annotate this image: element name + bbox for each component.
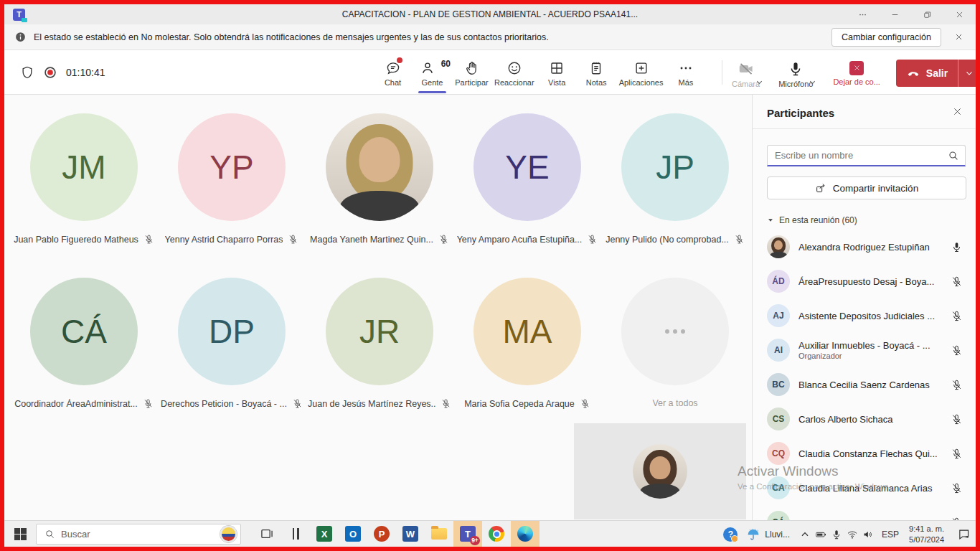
leave-button[interactable]: Salir	[896, 60, 979, 87]
outlook-button[interactable]: O	[339, 521, 367, 547]
window-close-button[interactable]	[943, 4, 976, 24]
task-view-icon	[260, 527, 274, 541]
participant-row[interactable]: CS Carlos Alberto Sichaca	[753, 402, 976, 436]
avatar: YP	[178, 113, 286, 221]
stop-sharing-button[interactable]: Dejar de co...	[829, 61, 884, 86]
edge-button[interactable]	[511, 521, 540, 547]
in-meeting-section-header[interactable]: En esta reunión (60)	[767, 215, 976, 225]
mic-muted-icon	[143, 398, 154, 409]
view-button[interactable]: Vista	[537, 53, 577, 93]
microphone-button[interactable]: Micrófono	[774, 60, 817, 87]
participant-tile[interactable]: JM Juan Pablo Figueredo Matheus	[10, 113, 158, 245]
more-button[interactable]: Más	[666, 53, 705, 93]
self-view-tile[interactable]	[574, 423, 746, 519]
view-all-tile[interactable]: Ver a todos	[601, 278, 749, 409]
apps-plus-icon	[633, 60, 649, 76]
task-view-button[interactable]	[253, 521, 281, 547]
avatar: DP	[178, 278, 286, 385]
avatar: JM	[30, 113, 138, 221]
file-explorer-button[interactable]	[425, 521, 453, 547]
toolbar-separator	[722, 60, 722, 85]
volume-icon[interactable]	[860, 527, 876, 542]
organizer-label: Organizador	[798, 352, 951, 360]
excel-button[interactable]: X	[310, 521, 339, 547]
banner-close-icon[interactable]	[951, 30, 966, 44]
more-dots-icon	[678, 60, 694, 76]
participant-row[interactable]: CQ Claudia Constanza Flechas Qui...	[753, 436, 976, 471]
notes-icon	[588, 60, 604, 76]
weather-widget[interactable]: Lluvi...	[746, 527, 790, 542]
taskbar-search[interactable]	[36, 524, 241, 545]
panel-close-icon[interactable]	[952, 106, 963, 120]
mic-muted-icon	[438, 234, 449, 245]
participant-row-partial[interactable]: CÁ	[753, 505, 976, 520]
taskbar-search-input[interactable]	[61, 529, 220, 540]
wifi-icon[interactable]	[844, 527, 860, 542]
notes-button[interactable]: Notas	[577, 53, 616, 93]
start-button[interactable]	[14, 528, 27, 540]
active-tab-underline	[418, 91, 446, 93]
participant-row[interactable]: AI Auxiliar Inmuebles - Boyacá - ... Org…	[753, 333, 976, 367]
mic-muted-icon[interactable]	[951, 379, 963, 391]
avatar: BC	[767, 373, 790, 396]
search-icon	[44, 529, 55, 540]
camera-chevron-icon[interactable]	[755, 77, 764, 87]
tray-microphone-icon[interactable]	[829, 527, 844, 542]
apps-button[interactable]: Aplicaciones	[616, 53, 666, 93]
tray-expand-chevron[interactable]	[797, 527, 813, 542]
window-restore-button[interactable]	[911, 4, 943, 24]
help-tray-icon[interactable]: ?	[723, 527, 738, 542]
participant-tile[interactable]: CÁ Coordinador ÁreaAdministrat...	[10, 278, 158, 409]
word-button[interactable]: W	[396, 521, 425, 547]
microphone-chevron-icon[interactable]	[808, 77, 817, 87]
panel-divider	[753, 128, 976, 129]
participant-tile[interactable]: MA Maria Sofia Cepeda Araque	[453, 278, 601, 409]
microphone-icon	[787, 60, 804, 77]
participant-tile[interactable]: JP Jenny Pulido (No comprobad...	[601, 113, 749, 245]
leave-options-chevron[interactable]	[958, 60, 979, 87]
react-button[interactable]: Reaccionar	[491, 53, 537, 93]
participant-list: Alexandra Rodriguez Estupiñan ÁD ÁreaPre…	[753, 230, 976, 520]
participant-tile[interactable]: DP Derechos Peticion - Boyacá - ...	[158, 278, 306, 409]
pinned-app-button[interactable]	[281, 521, 310, 547]
participant-row[interactable]: ÁD ÁreaPresupuesto Desaj - Boya...	[753, 264, 976, 298]
participant-row[interactable]: Alexandra Rodriguez Estupiñan	[753, 230, 976, 264]
window-title: CAPACITACION - PLAN DE GESTION AMBIENTAL…	[4, 9, 976, 19]
participant-tile[interactable]: YP Yenny Astrid Chaparro Porras	[158, 113, 306, 245]
participant-tile[interactable]: JR Juan de Jesús Martínez Reyes...	[306, 278, 453, 409]
participant-row[interactable]: AJ Asistente Depositos Judiciales ...	[753, 298, 976, 333]
language-indicator[interactable]: ESP	[882, 529, 899, 540]
window-more-button[interactable]	[847, 4, 879, 24]
change-settings-button[interactable]: Cambiar configuración	[831, 28, 941, 47]
camera-button[interactable]: Cámara	[727, 60, 764, 87]
battery-icon[interactable]	[813, 527, 829, 542]
powerpoint-button[interactable]: P	[367, 521, 396, 547]
mic-muted-icon[interactable]	[951, 344, 963, 357]
action-center-icon[interactable]	[951, 521, 976, 547]
raise-hand-button[interactable]: Participar	[452, 53, 491, 93]
window-minimize-button[interactable]	[879, 4, 911, 24]
clock[interactable]: 9:41 a. m. 5/07/2024	[909, 524, 944, 545]
participant-tile[interactable]: Magda Yaneth Martinez Quin...	[306, 113, 453, 245]
chat-button[interactable]: Chat	[373, 53, 413, 93]
mic-muted-icon[interactable]	[951, 413, 963, 425]
participant-tile[interactable]: YE Yeny Amparo Acuña Estupiña...	[453, 113, 601, 245]
mic-muted-icon[interactable]	[951, 448, 963, 460]
people-button[interactable]: Gente 60	[413, 53, 452, 93]
excel-icon: X	[316, 526, 332, 542]
participant-search-input[interactable]	[767, 145, 966, 166]
mic-on-icon[interactable]	[951, 241, 963, 253]
mic-muted-icon[interactable]	[951, 276, 963, 288]
share-invite-button[interactable]: Compartir invitación	[767, 176, 966, 199]
mic-muted-icon[interactable]	[951, 310, 963, 322]
mic-muted-icon[interactable]	[951, 482, 963, 494]
mic-muted-icon	[734, 234, 745, 245]
title-bar: T CAPACITACION - PLAN DE GESTION AMBIENT…	[4, 4, 976, 24]
recording-indicator-icon	[43, 65, 57, 80]
mic-muted-icon	[580, 398, 590, 409]
participant-row[interactable]: BC Blanca Cecilia Saenz Cardenas	[753, 367, 976, 402]
participant-row[interactable]: CA Claudia Liliana Salamanca Arias	[753, 471, 976, 505]
teams-taskbar-button[interactable]: T 9+	[453, 521, 482, 547]
chrome-button[interactable]	[482, 521, 511, 547]
share-icon	[815, 182, 826, 194]
